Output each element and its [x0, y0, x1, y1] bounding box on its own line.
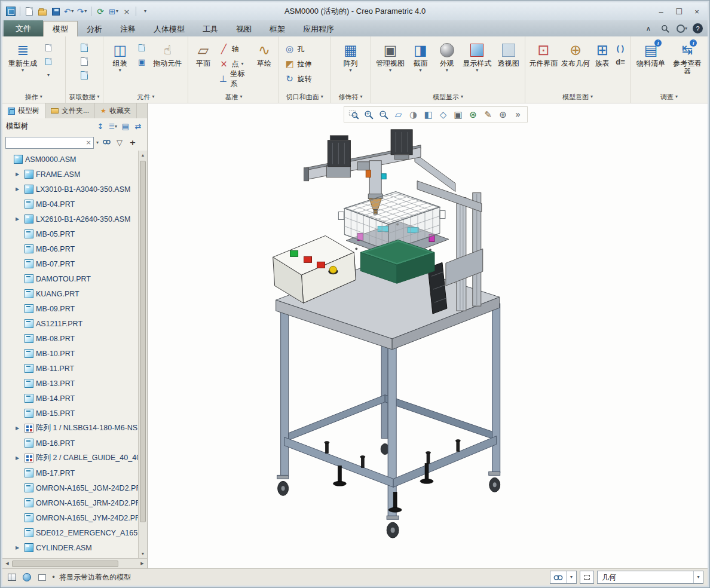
view-manager-icon[interactable]: ▣: [451, 108, 465, 121]
3d-dragger-icon[interactable]: »: [511, 108, 525, 121]
selection-filter-arrow[interactable]: ▾: [693, 571, 703, 583]
assemble-button[interactable]: ◫ 组装 ▾: [106, 39, 133, 73]
perspective-view-icon[interactable]: ◇: [436, 108, 450, 121]
regenerate-button[interactable]: ≣ 重新生成 ▾: [5, 39, 40, 73]
tree-item[interactable]: OMRON-A165L_JYM-24D2.PRT: [2, 510, 138, 525]
group-label-investigate[interactable]: 调查▾: [631, 91, 708, 103]
close-window-button[interactable]: ×: [121, 5, 133, 17]
plane-button[interactable]: ▱ 平面: [191, 39, 215, 68]
tree-item[interactable]: MB-05.PRT: [2, 226, 138, 241]
tree-item[interactable]: SDE012_EMERGENCY_A165E-: [2, 525, 138, 540]
tree-item[interactable]: MB-14.PRT: [2, 391, 138, 406]
zoom-window-icon[interactable]: [347, 108, 360, 121]
expand-all-button[interactable]: +: [127, 137, 138, 148]
undo-button[interactable]: ↶▾: [63, 5, 75, 17]
clear-search-icon[interactable]: ×: [84, 139, 93, 146]
copy-button[interactable]: [42, 42, 55, 54]
new-file-button[interactable]: [23, 5, 35, 17]
tree-item[interactable]: MB-17.PRT: [2, 466, 138, 480]
drag-components-button[interactable]: ☝ 拖动元件: [150, 39, 185, 68]
group-label-get-data[interactable]: 获取数据▾: [66, 91, 103, 103]
expand-arrow-icon[interactable]: ▶: [16, 545, 22, 550]
tree-item[interactable]: ▶LX2610-B1-A2640-350.ASM: [2, 212, 138, 226]
selection-filter-dropdown[interactable]: 几何 ▾: [597, 571, 703, 584]
graphics-area[interactable]: +−▱◑◧◇▣⊛✎⊕»: [148, 103, 708, 568]
tree-filter-button[interactable]: ▽: [114, 137, 125, 148]
section-button[interactable]: ◨ 截面 ▾: [408, 39, 433, 73]
3d-model-viewport[interactable]: [148, 103, 708, 568]
group-label-model-intent[interactable]: 模型意图▾: [525, 91, 630, 103]
tree-item[interactable]: ▶LX3010-B1-A3040-350.ASM: [2, 182, 138, 197]
tree-sort-button[interactable]: ↕: [95, 121, 106, 132]
user-defined-feature-button[interactable]: [78, 42, 91, 54]
appearance-button[interactable]: 外观 ▾: [434, 39, 459, 73]
hscrollbar-thumb[interactable]: [12, 561, 118, 567]
tree-item[interactable]: MB-10.PRT: [2, 346, 138, 361]
tree-item[interactable]: MB-07.PRT: [2, 256, 138, 271]
tree-item[interactable]: ▶阵列 1 / NLSBG14-180-M6-NS: [2, 421, 138, 436]
datum-display-filter-icon[interactable]: ⊛: [466, 108, 480, 121]
paste-button[interactable]: [42, 56, 55, 68]
expand-arrow-icon[interactable]: ▶: [16, 186, 22, 192]
parameters-button[interactable]: ( ): [614, 42, 627, 54]
annotation-display-icon[interactable]: ✎: [481, 108, 495, 121]
redo-dropdown-arrow[interactable]: ▾: [84, 9, 87, 14]
window-switch-button[interactable]: ⊞▾: [108, 5, 120, 17]
customize-qat-button[interactable]: ▾: [139, 5, 151, 17]
tab-annotate[interactable]: 注释: [111, 22, 145, 36]
tree-sync-button[interactable]: ⇄: [133, 121, 143, 132]
bom-button[interactable]: ▤i 物料清单: [634, 39, 668, 68]
tree-item[interactable]: MB-16.PRT: [2, 436, 138, 451]
shrinkwrap-button[interactable]: [78, 69, 91, 81]
windows-dropdown-arrow[interactable]: ▾: [116, 9, 118, 14]
redo-button[interactable]: ↷▾: [76, 5, 88, 17]
tab-tools[interactable]: 工具: [194, 22, 227, 36]
publish-geometry-button[interactable]: ⊕ 发布几何: [561, 39, 591, 68]
spin-center-icon[interactable]: ⊕: [496, 108, 510, 121]
package-button[interactable]: ▣: [135, 56, 148, 68]
tab-file[interactable]: 文件: [4, 20, 43, 36]
group-label-modifiers[interactable]: 修饰符▾: [330, 91, 371, 103]
tree-item[interactable]: ▶CYLINDER.ASM: [2, 540, 138, 555]
revolve-button[interactable]: ↻旋转: [282, 72, 313, 86]
display-style-icon[interactable]: ◧: [421, 108, 435, 121]
collapse-ribbon-button[interactable]: ∧: [642, 23, 654, 35]
tab-favorites[interactable]: ★ 收藏夹: [95, 103, 137, 118]
tree-item[interactable]: KUANG.PRT: [2, 286, 138, 301]
zoom-in-icon[interactable]: +: [362, 108, 375, 121]
tree-item[interactable]: ▶CYLINDER.ASM: [2, 555, 138, 558]
create-component-button[interactable]: [135, 42, 148, 54]
reference-viewer-button[interactable]: ↹i 参考查看器: [670, 39, 705, 75]
display-style-button[interactable]: 显示样式 ▾: [461, 39, 493, 73]
tree-item[interactable]: ▶阵列 2 / CABLE_GUIDE_40_40_: [2, 451, 138, 466]
app-menu-button[interactable]: [5, 5, 17, 17]
operations-more-button[interactable]: ▾: [42, 69, 55, 81]
expand-arrow-icon[interactable]: ▶: [16, 425, 22, 431]
find-dropdown-arrow[interactable]: ▾: [567, 575, 576, 580]
hole-button[interactable]: ◎孔: [282, 42, 313, 56]
save-button[interactable]: [50, 5, 62, 17]
tree-item[interactable]: OMRON-A165L_JRM-24D2.PRT: [2, 495, 138, 510]
tree-item[interactable]: MB-08.PRT: [2, 331, 138, 346]
find-button[interactable]: [101, 137, 112, 148]
navigator-toggle-button[interactable]: [7, 572, 17, 583]
scroll-right-arrow[interactable]: ▶: [137, 559, 147, 568]
scrollbar-thumb[interactable]: [140, 161, 146, 522]
tree-item[interactable]: OMRON-A165L_JGM-24D2.PRT: [2, 480, 138, 495]
search-input[interactable]: [6, 138, 84, 148]
manage-views-button[interactable]: ▣ 管理视图 ▾: [374, 39, 406, 73]
tree-item[interactable]: ASM0000.ASM: [2, 152, 138, 167]
extrude-button[interactable]: ◩拉伸: [282, 57, 313, 71]
tree-item[interactable]: MB-11.PRT: [2, 361, 138, 376]
family-table-button[interactable]: ⊞ 族表: [592, 39, 612, 68]
zoom-out-icon[interactable]: −: [377, 108, 390, 121]
tab-folder-browser[interactable]: 文件夹...: [45, 103, 95, 118]
scroll-down-arrow[interactable]: ▼: [139, 549, 147, 558]
csys-button[interactable]: ⊥坐标系: [217, 72, 251, 86]
notifications-button[interactable]: ▾: [676, 23, 688, 35]
pattern-button[interactable]: ▦ 阵列 ▾: [336, 39, 366, 73]
group-label-cut-surface[interactable]: 切口和曲面▾: [279, 91, 330, 103]
tree-item[interactable]: MB-06.PRT: [2, 241, 138, 256]
help-button[interactable]: ?: [693, 23, 703, 33]
browser-toggle-button[interactable]: [22, 572, 32, 583]
